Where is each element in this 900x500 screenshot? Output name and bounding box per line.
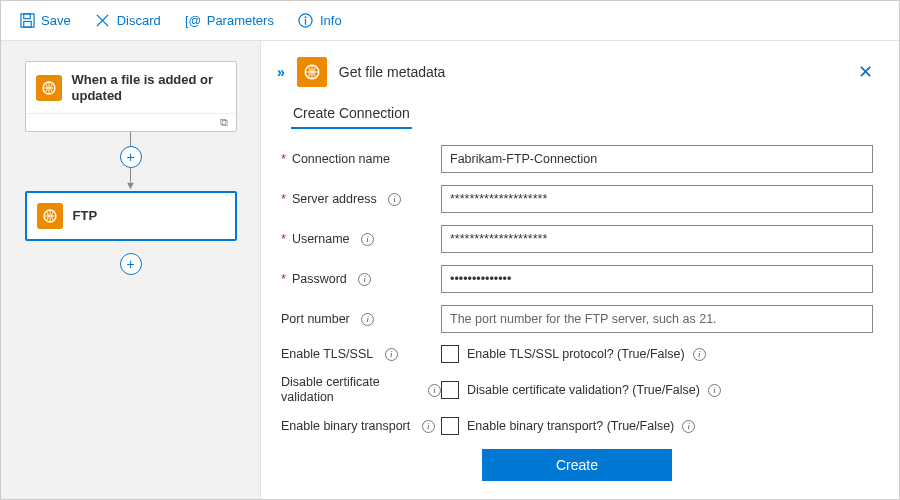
connector-line (130, 132, 131, 146)
info-icon[interactable]: i (361, 233, 374, 246)
info-icon[interactable]: i (358, 273, 371, 286)
info-button[interactable]: Info (288, 9, 352, 33)
disable-cert-checkbox[interactable] (441, 381, 459, 399)
port-number-input[interactable] (441, 305, 873, 333)
svg-rect-0 (20, 14, 33, 27)
info-icon[interactable]: i (361, 313, 374, 326)
collapse-chevrons-icon[interactable]: » (277, 64, 285, 80)
connection-name-input[interactable] (441, 145, 873, 173)
username-input[interactable] (441, 225, 873, 253)
info-icon[interactable]: i (428, 384, 441, 397)
trigger-node[interactable]: When a file is added or updated ⧉ (25, 61, 237, 132)
enable-tls-checkbox-label: Enable TLS/SSL protocol? (True/False) (467, 347, 685, 361)
add-step-button-2[interactable]: + (120, 253, 142, 275)
enable-binary-label: Enable binary transport i (281, 419, 441, 434)
close-icon[interactable]: ✕ (858, 61, 873, 83)
parameters-icon: [@] (185, 13, 201, 29)
port-number-label: Port number i (281, 312, 441, 327)
svg-rect-2 (23, 21, 31, 27)
info-icon[interactable]: i (388, 193, 401, 206)
parameters-button[interactable]: [@] Parameters (175, 9, 284, 33)
enable-tls-checkbox[interactable] (441, 345, 459, 363)
enable-tls-label: Enable TLS/SSL i (281, 347, 441, 362)
password-input[interactable] (441, 265, 873, 293)
create-button[interactable]: Create (482, 449, 672, 481)
disable-cert-label: Disable certificate validation i (281, 375, 441, 405)
password-label: *Password i (281, 272, 441, 287)
arrow-down-icon: ▼ (125, 180, 136, 191)
designer-canvas: When a file is added or updated ⧉ + ▼ FT… (1, 41, 261, 499)
add-step-button[interactable]: + (120, 146, 142, 168)
link-icon: ⧉ (220, 116, 228, 129)
save-label: Save (41, 13, 71, 28)
discard-icon (95, 13, 111, 29)
discard-button[interactable]: Discard (85, 9, 171, 33)
info-icon[interactable]: i (422, 420, 435, 433)
info-icon (298, 13, 314, 29)
server-address-label: *Server address i (281, 192, 441, 207)
panel-tabs: Create Connection (291, 99, 873, 129)
username-label: *Username i (281, 232, 441, 247)
ftp-node-title: FTP (73, 208, 98, 224)
disable-cert-checkbox-label: Disable certificate validation? (True/Fa… (467, 383, 700, 397)
info-icon[interactable]: i (693, 348, 706, 361)
toolbar: Save Discard [@] Parameters Info (1, 1, 899, 41)
info-icon[interactable]: i (708, 384, 721, 397)
node-footer: ⧉ (26, 113, 236, 131)
save-icon (19, 13, 35, 29)
info-icon[interactable]: i (682, 420, 695, 433)
enable-binary-checkbox-label: Enable binary transport? (True/False) (467, 419, 674, 433)
panel-title: Get file metadata (339, 64, 446, 80)
info-icon[interactable]: i (385, 348, 398, 361)
connection-form: *Connection name *Server address i *User… (281, 145, 873, 481)
panel-ftp-icon (297, 57, 327, 87)
discard-label: Discard (117, 13, 161, 28)
tab-create-connection[interactable]: Create Connection (291, 99, 412, 129)
config-panel: » Get file metadata ✕ Create Connection … (261, 41, 899, 499)
ftp-action-node[interactable]: FTP (25, 191, 237, 241)
svg-rect-8 (305, 19, 306, 25)
main: When a file is added or updated ⧉ + ▼ FT… (1, 41, 899, 499)
svg-rect-1 (23, 14, 30, 19)
server-address-input[interactable] (441, 185, 873, 213)
connection-name-label: *Connection name (281, 152, 441, 167)
enable-binary-checkbox[interactable] (441, 417, 459, 435)
save-button[interactable]: Save (9, 9, 81, 33)
ftp-trigger-icon (36, 75, 62, 101)
svg-text:[@]: [@] (185, 14, 201, 28)
info-label: Info (320, 13, 342, 28)
parameters-label: Parameters (207, 13, 274, 28)
svg-point-7 (305, 16, 307, 18)
trigger-node-title: When a file is added or updated (72, 72, 226, 103)
ftp-icon (37, 203, 63, 229)
